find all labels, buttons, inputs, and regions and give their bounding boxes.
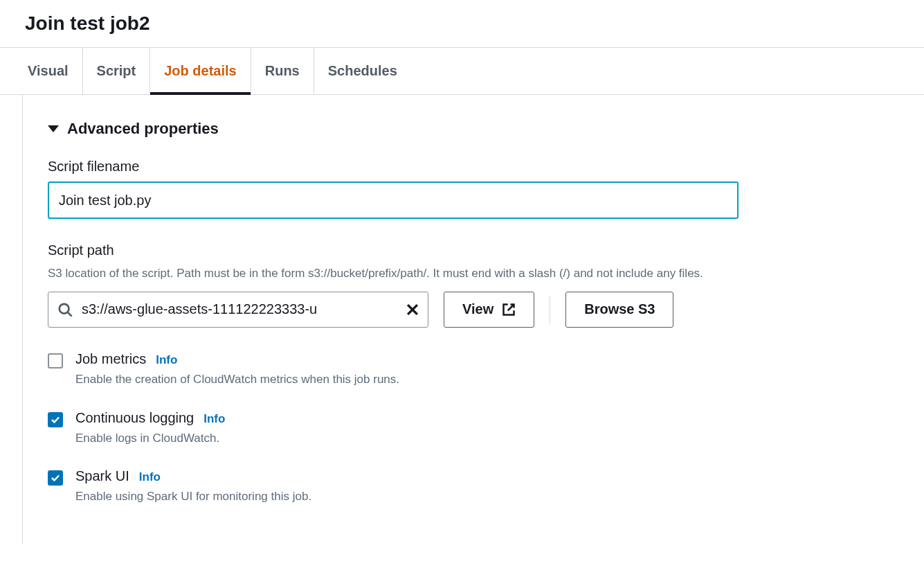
job-metrics-label: Job metrics (75, 351, 146, 367)
job-metrics-info-link[interactable]: Info (156, 353, 177, 367)
content: Advanced properties Script filename Scri… (22, 95, 924, 544)
job-metrics-checkbox[interactable] (48, 353, 63, 369)
tab-visual[interactable]: Visual (14, 48, 83, 94)
script-path-label: Script path (48, 242, 905, 258)
script-path-input[interactable] (48, 292, 428, 328)
tab-schedules[interactable]: Schedules (314, 48, 411, 94)
continuous-logging-label: Continuous logging (75, 410, 194, 426)
section-title: Advanced properties (67, 120, 219, 138)
check-icon (50, 414, 61, 425)
spark-ui-info-link[interactable]: Info (139, 470, 161, 484)
script-path-search (48, 292, 428, 328)
job-metrics-desc: Enable the creation of CloudWatch metric… (75, 371, 399, 388)
tabs-bar: Visual Script Job details Runs Schedules (0, 47, 924, 95)
script-path-row: View Browse S3 (48, 292, 905, 328)
continuous-logging-option: Continuous logging Info Enable logs in C… (48, 410, 905, 447)
spark-ui-label: Spark UI (75, 468, 129, 484)
page-header: Join test job2 (0, 0, 924, 47)
script-filename-label: Script filename (48, 159, 905, 175)
divider (550, 296, 550, 323)
view-button-label: View (462, 301, 493, 317)
advanced-properties-toggle[interactable]: Advanced properties (48, 120, 905, 138)
svg-line-1 (68, 312, 72, 317)
tab-job-details[interactable]: Job details (150, 48, 251, 94)
page-title: Join test job2 (25, 12, 899, 35)
close-icon[interactable] (405, 302, 420, 317)
view-button[interactable]: View (444, 292, 534, 328)
spark-ui-checkbox[interactable] (48, 470, 63, 486)
spark-ui-desc: Enable using Spark UI for monitoring thi… (75, 488, 311, 505)
external-link-icon (502, 303, 516, 317)
continuous-logging-desc: Enable logs in CloudWatch. (75, 430, 225, 447)
browse-s3-label: Browse S3 (584, 301, 655, 317)
job-metrics-option: Job metrics Info Enable the creation of … (48, 351, 905, 388)
continuous-logging-info-link[interactable]: Info (203, 412, 225, 426)
check-icon (50, 472, 61, 483)
script-path-field: Script path S3 location of the script. P… (48, 242, 905, 328)
search-icon (57, 302, 73, 317)
continuous-logging-checkbox[interactable] (48, 412, 63, 427)
script-path-hint: S3 location of the script. Path must be … (48, 265, 905, 282)
svg-point-0 (60, 304, 69, 314)
tab-script[interactable]: Script (83, 48, 151, 94)
script-filename-input[interactable] (48, 181, 739, 219)
svg-line-4 (508, 304, 514, 310)
caret-down-icon (48, 125, 59, 132)
script-filename-field: Script filename (48, 159, 905, 219)
browse-s3-button[interactable]: Browse S3 (565, 292, 673, 328)
spark-ui-option: Spark UI Info Enable using Spark UI for … (48, 468, 905, 505)
tab-runs[interactable]: Runs (251, 48, 314, 94)
